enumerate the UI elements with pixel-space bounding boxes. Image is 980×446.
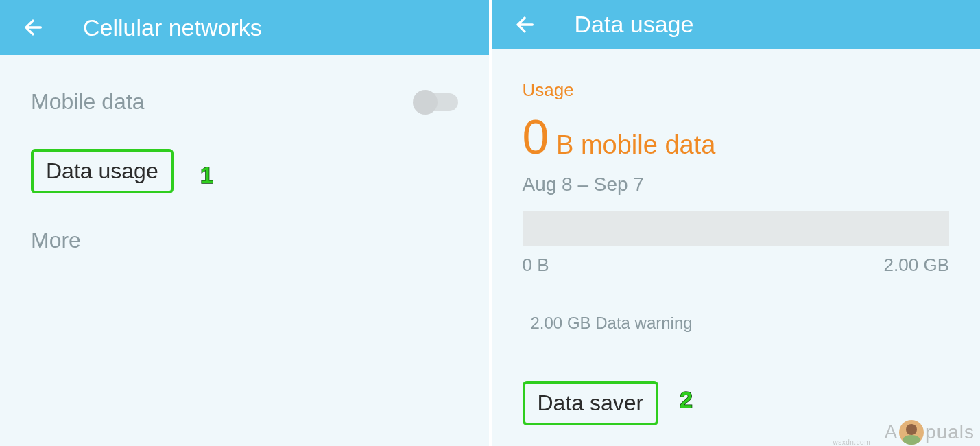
date-range: Aug 8 – Sep 7 xyxy=(523,174,950,196)
content-left: Mobile data Data usage 1 More xyxy=(0,55,489,446)
usage-bar[interactable] xyxy=(523,211,950,246)
back-arrow-icon[interactable] xyxy=(21,15,45,40)
watermark-suffix: puals xyxy=(925,421,975,443)
avatar-icon xyxy=(899,420,924,445)
data-saver-row: Data saver 2 xyxy=(523,374,950,425)
usage-amount-number: 0 xyxy=(523,110,549,164)
data-usage-button[interactable]: Data usage xyxy=(31,149,174,193)
usage-value: 0 B mobile data xyxy=(523,113,950,161)
bar-min-label: 0 B xyxy=(523,255,549,276)
callout-2-icon: 2 xyxy=(676,386,700,414)
usage-heading: Usage xyxy=(523,80,950,101)
more-row[interactable]: More xyxy=(31,214,458,267)
bar-max-label: 2.00 GB xyxy=(884,255,949,276)
data-usage-panel: Data usage Usage 0 B mobile data Aug 8 –… xyxy=(492,0,981,446)
svg-text:2: 2 xyxy=(680,386,693,412)
watermark-prefix: A xyxy=(884,421,898,443)
data-saver-button[interactable]: Data saver xyxy=(523,381,659,425)
svg-text:1: 1 xyxy=(200,162,213,188)
mobile-data-row[interactable]: Mobile data xyxy=(31,75,458,128)
cellular-networks-panel: Cellular networks Mobile data Data usage… xyxy=(0,0,492,446)
usage-section: Usage 0 B mobile data Aug 8 – Sep 7 0 B … xyxy=(523,80,950,425)
page-title-left: Cellular networks xyxy=(83,14,262,41)
usage-amount-unit: B mobile data xyxy=(549,130,715,159)
page-title-right: Data usage xyxy=(575,11,694,38)
mobile-data-toggle[interactable] xyxy=(416,93,458,111)
mobile-data-label: Mobile data xyxy=(31,89,144,115)
watermark: A puals xyxy=(884,420,975,445)
data-warning-label: 2.00 GB Data warning xyxy=(523,314,950,333)
bar-labels: 0 B 2.00 GB xyxy=(523,255,950,276)
header-left: Cellular networks xyxy=(0,0,489,55)
more-label: More xyxy=(31,228,81,253)
header-right: Data usage xyxy=(492,0,981,49)
data-usage-row: Data usage 1 xyxy=(31,142,458,193)
content-right: Usage 0 B mobile data Aug 8 – Sep 7 0 B … xyxy=(492,49,981,446)
source-tag: wsxdn.com xyxy=(833,438,870,446)
callout-1-icon: 1 xyxy=(193,161,218,190)
back-arrow-icon[interactable] xyxy=(512,12,537,37)
